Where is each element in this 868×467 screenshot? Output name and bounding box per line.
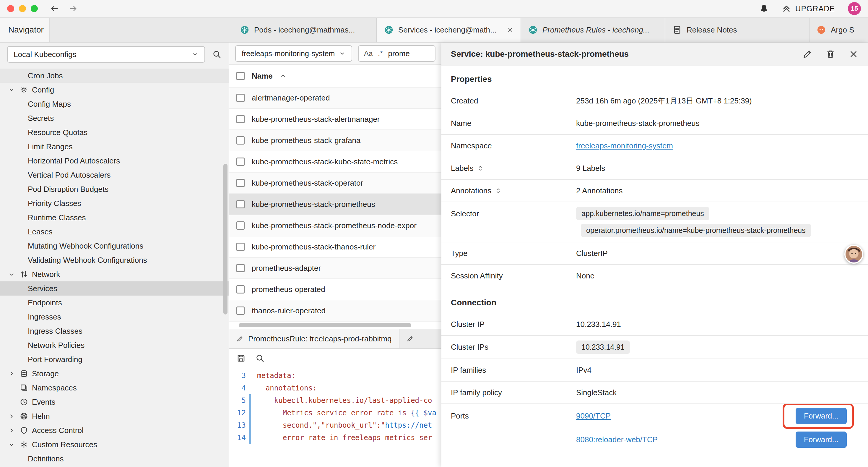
sidebar-item-label: Port Forwarding — [28, 355, 83, 364]
sidebar-item-leases[interactable]: Leases — [0, 225, 229, 239]
sidebar-item-network-policies[interactable]: Network Policies — [0, 338, 229, 352]
table-row-kube-prometheus-stack-thanos-ruler[interactable]: kube-prometheus-stack-thanos-ruler — [229, 236, 441, 258]
sidebar-item-priority-classes[interactable]: Priority Classes — [0, 196, 229, 210]
sidebar-item-endpoints[interactable]: Endpoints — [0, 296, 229, 310]
match-case-toggle[interactable]: Aa — [364, 49, 373, 58]
sidebar-item-services[interactable]: Services — [0, 282, 229, 296]
row-checkbox[interactable] — [236, 222, 245, 230]
row-checkbox[interactable] — [236, 307, 245, 315]
forward-button[interactable]: Forward... — [796, 408, 847, 424]
chevron-right-icon[interactable] — [7, 427, 16, 434]
sidebar-item-validating-webhook-configurations[interactable]: Validating Webhook Configurations — [0, 253, 229, 267]
port-link[interactable]: 8080:reloader-web/TCP — [576, 435, 658, 444]
namespace-link[interactable]: freeleaps-monitoring-system — [576, 141, 673, 150]
user-avatar[interactable] — [844, 245, 863, 264]
chevron-down-icon[interactable] — [7, 271, 16, 278]
sidebar-item-custom-resources[interactable]: Custom Resources — [0, 437, 229, 451]
window-zoom-button[interactable] — [31, 5, 38, 12]
sidebar-item-port-forwarding[interactable]: Port Forwarding — [0, 352, 229, 367]
sidebar-item-storage[interactable]: Storage — [0, 367, 229, 381]
sidebar-search-button[interactable] — [212, 50, 222, 59]
namespace-selector[interactable]: freeleaps-monitoring-system — [235, 45, 352, 62]
horizontal-scrollbar-thumb[interactable] — [239, 323, 411, 327]
editor-tab-prometheusrule-freeleaps-prod-rabbitmq[interactable]: PrometheusRule: freeleaps-prod-rabbitmq — [229, 329, 399, 348]
chevron-right-icon[interactable] — [7, 370, 16, 377]
editor-tab[interactable] — [399, 329, 441, 348]
row-checkbox[interactable] — [236, 179, 245, 187]
select-all-checkbox[interactable] — [236, 72, 245, 80]
tab-pods-icecheng-mathmas[interactable]: Pods - icecheng@mathmas... — [233, 18, 377, 42]
sidebar-item-pod-disruption-budgets[interactable]: Pod Disruption Budgets — [0, 182, 229, 196]
row-checkbox[interactable] — [236, 115, 245, 123]
table-row-thanos-ruler-operated[interactable]: thanos-ruler-operated — [229, 300, 441, 322]
save-button[interactable] — [236, 353, 246, 363]
name-column-header[interactable]: Name — [252, 71, 273, 81]
sort-toggle-icon[interactable] — [477, 165, 484, 171]
tab-prometheus-rules-icecheng[interactable]: Prometheus Rules - icecheng... — [521, 18, 665, 42]
window-minimize-button[interactable] — [19, 5, 26, 12]
table-row-prometheus-adapter[interactable]: prometheus-adapter — [229, 258, 441, 279]
chevron-down-icon[interactable] — [7, 86, 16, 93]
row-checkbox[interactable] — [236, 243, 245, 251]
table-row-kube-prometheus-stack-alertmanager[interactable]: kube-prometheus-stack-alertmanager — [229, 109, 441, 130]
sidebar-item-access-control[interactable]: Access Control — [0, 423, 229, 437]
tab-argo-s[interactable]: Argo S — [809, 18, 868, 42]
upgrade-button[interactable]: UPGRADE — [782, 4, 835, 13]
sidebar-scrollbar-thumb[interactable] — [223, 164, 227, 315]
sidebar-item-namespaces[interactable]: Namespaces — [0, 381, 229, 395]
tab-release-notes[interactable]: Release Notes — [665, 18, 809, 42]
notification-count-badge[interactable]: 15 — [848, 2, 861, 15]
list-search-input[interactable]: Aa .* prome — [358, 45, 435, 62]
sidebar-item-definitions[interactable]: Definitions — [0, 451, 229, 466]
tab-close-button[interactable] — [507, 27, 514, 33]
table-row-kube-prometheus-stack-prometheus[interactable]: kube-prometheus-stack-prometheus — [229, 194, 441, 215]
sidebar-item-runtime-classes[interactable]: Runtime Classes — [0, 210, 229, 225]
forward-button[interactable]: Forward... — [796, 432, 847, 448]
back-button[interactable] — [50, 4, 59, 13]
forward-button[interactable] — [68, 4, 78, 13]
regex-toggle[interactable]: .* — [378, 49, 382, 58]
sidebar-item-cron-jobs[interactable]: Cron Jobs — [0, 68, 229, 83]
row-checkbox[interactable] — [236, 136, 245, 145]
sidebar-item-vertical-pod-autoscalers[interactable]: Vertical Pod Autoscalers — [0, 168, 229, 182]
sidebar-item-mutating-webhook-configurations[interactable]: Mutating Webhook Configurations — [0, 239, 229, 253]
window-close-button[interactable] — [7, 5, 14, 12]
row-checkbox[interactable] — [236, 157, 245, 166]
port-link[interactable]: 9090/TCP — [576, 411, 611, 420]
table-row-prometheus-operated[interactable]: prometheus-operated — [229, 279, 441, 300]
table-row-kube-prometheus-stack-operator[interactable]: kube-prometheus-stack-operator — [229, 173, 441, 194]
editor-search-button[interactable] — [255, 353, 265, 363]
sort-toggle-icon[interactable] — [495, 187, 501, 194]
table-row-kube-prometheus-stack-grafana[interactable]: kube-prometheus-stack-grafana — [229, 130, 441, 151]
chevron-right-icon[interactable] — [7, 413, 16, 420]
table-row-kube-prometheus-stack-prometheus-node-expor[interactable]: kube-prometheus-stack-prometheus-node-ex… — [229, 215, 441, 236]
sidebar-item-limit-ranges[interactable]: Limit Ranges — [0, 140, 229, 154]
delete-button[interactable] — [826, 49, 836, 59]
notifications-bell-icon[interactable] — [759, 4, 769, 13]
field-value: IPv4 — [576, 366, 859, 375]
navigator-panel-tab[interactable]: Navigator — [0, 18, 50, 42]
close-drawer-button[interactable] — [848, 49, 859, 59]
row-checkbox[interactable] — [236, 94, 245, 102]
yaml-editor[interactable]: 3metadata:4 annotations:5 kubectl.kubern… — [229, 368, 441, 467]
kubeconfig-selector[interactable]: Local Kubeconfigs — [7, 46, 205, 63]
chevron-down-icon[interactable] — [7, 441, 16, 448]
sidebar-item-horizontal-pod-autoscalers[interactable]: Horizontal Pod Autoscalers — [0, 154, 229, 168]
row-checkbox[interactable] — [236, 285, 245, 293]
table-row-alertmanager-operated[interactable]: alertmanager-operated — [229, 87, 441, 109]
sidebar-item-network[interactable]: Network — [0, 267, 229, 282]
sidebar-item-ingress-classes[interactable]: Ingress Classes — [0, 324, 229, 338]
drawer-title: Service: kube-prometheus-stack-prometheu… — [451, 49, 789, 59]
edit-button[interactable] — [802, 49, 812, 59]
sidebar-item-resource-quotas[interactable]: Resource Quotas — [0, 125, 229, 140]
sidebar-item-helm[interactable]: Helm — [0, 409, 229, 423]
row-checkbox[interactable] — [236, 200, 245, 208]
sidebar-item-config-maps[interactable]: Config Maps — [0, 97, 229, 111]
table-row-kube-prometheus-stack-kube-state-metrics[interactable]: kube-prometheus-stack-kube-state-metrics — [229, 151, 441, 173]
sidebar-item-secrets[interactable]: Secrets — [0, 111, 229, 125]
sidebar-item-config[interactable]: Config — [0, 83, 229, 97]
row-checkbox[interactable] — [236, 264, 245, 272]
tab-services-icecheng-math[interactable]: Services - icecheng@math... — [377, 18, 521, 42]
sidebar-item-ingresses[interactable]: Ingresses — [0, 310, 229, 324]
sidebar-item-events[interactable]: Events — [0, 395, 229, 409]
